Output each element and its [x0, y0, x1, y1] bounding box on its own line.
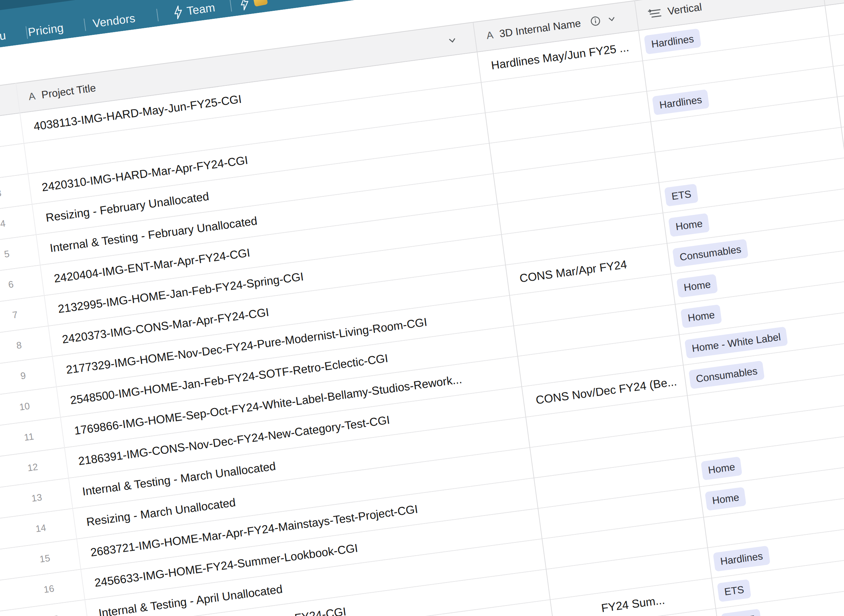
single-line-text-icon: A [28, 90, 36, 102]
vertical-badge: Hardlines [652, 89, 709, 115]
row-number[interactable]: 14 [16, 513, 48, 546]
row-number[interactable]: 5 [0, 239, 12, 273]
nav-tab-vendors[interactable]: Vendors [92, 10, 136, 31]
nav-separator [84, 19, 86, 31]
row-number[interactable]: 10 [0, 391, 32, 424]
chevron-down-icon[interactable] [606, 13, 618, 25]
vertical-badge: ETS [717, 579, 752, 602]
nav-tab-team[interactable]: Team [186, 0, 216, 19]
column-header-label: Project Title [41, 82, 97, 101]
vertical-badge: Home [705, 487, 747, 511]
app-viewport: u Pricing Vendors Team [0, 0, 844, 616]
row-number[interactable]: 11 [4, 421, 36, 455]
row-number[interactable]: 12 [8, 452, 40, 485]
lightning-icon [238, 0, 252, 11]
gold-emoji-icon [252, 0, 268, 7]
single-line-text-icon: A [486, 29, 494, 41]
info-icon[interactable] [589, 14, 602, 28]
vertical-badge: Hardlines [644, 29, 701, 54]
row-number[interactable]: 16 [24, 573, 56, 607]
single-select-icon [646, 5, 663, 21]
vertical-badge: Consumables [688, 361, 765, 389]
vertical-badge: Home [701, 457, 743, 481]
column-header-label: 3D Internal Name [499, 17, 581, 40]
vertical-badge: XCAT [721, 609, 762, 616]
nav-separator [156, 9, 159, 21]
chevron-down-icon [446, 34, 459, 47]
vertical-badge: Home [680, 305, 722, 329]
row-number[interactable]: 8 [0, 330, 24, 364]
vertical-badge: Home [668, 213, 710, 237]
row-number[interactable]: 9 [0, 361, 28, 394]
nav-tab-partial-u[interactable]: u [0, 28, 7, 44]
vertical-badge: Hardlines [713, 546, 770, 571]
rotated-stage: u Pricing Vendors Team [0, 0, 844, 616]
lightning-icon [171, 4, 185, 20]
vertical-badge: Home [677, 274, 718, 298]
row-number[interactable]: 15 [20, 543, 52, 576]
row-number[interactable]: 3 [0, 178, 3, 211]
row-number[interactable]: 7 [0, 300, 19, 333]
vertical-badge: ETS [664, 183, 699, 207]
nav-separator [230, 0, 232, 12]
column-header-chevron[interactable] [445, 25, 460, 56]
vertical-badge: Consumables [672, 239, 749, 267]
row-number[interactable]: 4 [0, 208, 7, 242]
row-number[interactable]: 6 [0, 269, 15, 303]
row-number[interactable]: 13 [12, 483, 44, 516]
column-header-label: Vertical [667, 1, 703, 18]
nav-tab-pricing[interactable]: Pricing [27, 20, 65, 40]
